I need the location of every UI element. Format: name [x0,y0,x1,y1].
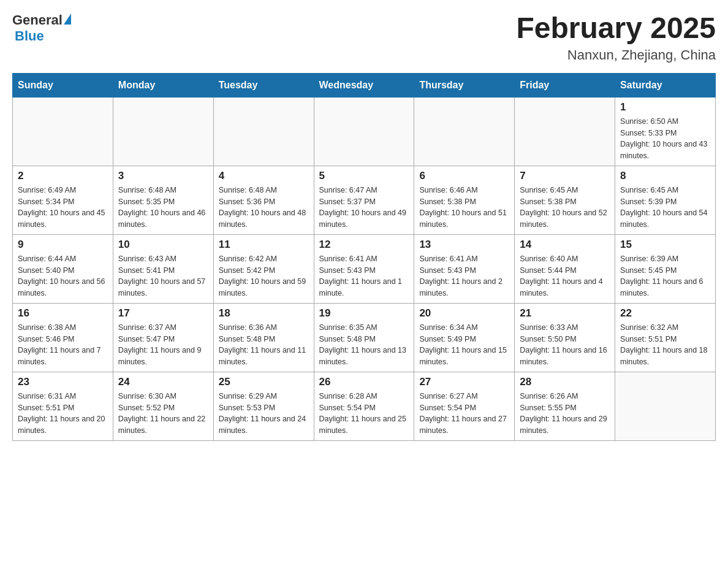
logo-blue-text: Blue [12,28,71,44]
page-header: General Blue February 2025 Nanxun, Zheji… [12,12,716,63]
day-info: Sunrise: 6:46 AMSunset: 5:38 PMDaylight:… [419,185,509,231]
day-number: 26 [319,376,409,388]
day-number: 20 [419,307,509,320]
day-info: Sunrise: 6:48 AMSunset: 5:35 PMDaylight:… [118,185,208,231]
day-info: Sunrise: 6:34 AMSunset: 5:49 PMDaylight:… [419,322,509,368]
day-info: Sunrise: 6:41 AMSunset: 5:43 PMDaylight:… [419,253,509,299]
day-info: Sunrise: 6:40 AMSunset: 5:44 PMDaylight:… [520,253,610,299]
calendar-cell: 28Sunrise: 6:26 AMSunset: 5:55 PMDayligh… [515,372,615,440]
logo-general-text: General [12,12,63,28]
logo: General Blue [12,12,71,44]
day-info: Sunrise: 6:45 AMSunset: 5:38 PMDaylight:… [520,185,610,231]
calendar-cell: 13Sunrise: 6:41 AMSunset: 5:43 PMDayligh… [414,234,515,303]
day-info: Sunrise: 6:41 AMSunset: 5:43 PMDaylight:… [319,253,409,299]
day-info: Sunrise: 6:48 AMSunset: 5:36 PMDaylight:… [219,185,309,231]
day-info: Sunrise: 6:38 AMSunset: 5:46 PMDaylight:… [18,322,108,368]
day-number: 19 [319,307,409,320]
calendar-cell: 22Sunrise: 6:32 AMSunset: 5:51 PMDayligh… [615,303,716,372]
location-title: Nanxun, Zhejiang, China [516,47,716,63]
day-number: 21 [520,307,610,320]
month-title: February 2025 [516,12,716,45]
day-number: 3 [118,170,208,182]
day-header-wednesday: Wednesday [314,73,414,97]
calendar-cell: 19Sunrise: 6:35 AMSunset: 5:48 PMDayligh… [314,303,414,372]
calendar-cell [515,97,615,166]
calendar-cell: 9Sunrise: 6:44 AMSunset: 5:40 PMDaylight… [13,234,113,303]
day-number: 2 [18,170,108,182]
day-number: 16 [18,307,108,320]
day-number: 14 [520,239,610,251]
day-info: Sunrise: 6:32 AMSunset: 5:51 PMDaylight:… [620,322,710,368]
day-info: Sunrise: 6:35 AMSunset: 5:48 PMDaylight:… [319,322,409,368]
calendar-table: SundayMondayTuesdayWednesdayThursdayFrid… [12,73,716,441]
day-number: 23 [18,376,108,388]
day-info: Sunrise: 6:43 AMSunset: 5:41 PMDaylight:… [118,253,208,299]
calendar-cell: 18Sunrise: 6:36 AMSunset: 5:48 PMDayligh… [213,303,314,372]
day-info: Sunrise: 6:39 AMSunset: 5:45 PMDaylight:… [620,253,710,299]
day-number: 27 [419,376,509,388]
day-info: Sunrise: 6:28 AMSunset: 5:54 PMDaylight:… [319,391,409,437]
calendar-cell: 7Sunrise: 6:45 AMSunset: 5:38 PMDaylight… [515,166,615,234]
day-info: Sunrise: 6:50 AMSunset: 5:33 PMDaylight:… [620,116,710,162]
day-number: 15 [620,239,710,251]
calendar-title-area: February 2025 Nanxun, Zhejiang, China [516,12,716,63]
calendar-cell [314,97,414,166]
calendar-cell [113,97,213,166]
day-number: 24 [118,376,208,388]
day-number: 18 [219,307,309,320]
calendar-cell: 20Sunrise: 6:34 AMSunset: 5:49 PMDayligh… [414,303,515,372]
calendar-cell: 14Sunrise: 6:40 AMSunset: 5:44 PMDayligh… [515,234,615,303]
day-number: 9 [18,239,108,251]
day-number: 25 [219,376,309,388]
day-number: 10 [118,239,208,251]
calendar-cell [615,372,716,440]
day-info: Sunrise: 6:26 AMSunset: 5:55 PMDaylight:… [520,391,610,437]
calendar-week-row: 16Sunrise: 6:38 AMSunset: 5:46 PMDayligh… [13,303,716,372]
day-number: 13 [419,239,509,251]
calendar-cell: 10Sunrise: 6:43 AMSunset: 5:41 PMDayligh… [113,234,213,303]
day-number: 28 [520,376,610,388]
calendar-cell [414,97,515,166]
calendar-cell: 12Sunrise: 6:41 AMSunset: 5:43 PMDayligh… [314,234,414,303]
calendar-cell: 23Sunrise: 6:31 AMSunset: 5:51 PMDayligh… [13,372,113,440]
calendar-cell [213,97,314,166]
day-header-monday: Monday [113,73,213,97]
day-info: Sunrise: 6:47 AMSunset: 5:37 PMDaylight:… [319,185,409,231]
day-header-thursday: Thursday [414,73,515,97]
day-info: Sunrise: 6:27 AMSunset: 5:54 PMDaylight:… [419,391,509,437]
calendar-week-row: 1Sunrise: 6:50 AMSunset: 5:33 PMDaylight… [13,97,716,166]
day-info: Sunrise: 6:42 AMSunset: 5:42 PMDaylight:… [219,253,309,299]
day-number: 8 [620,170,710,182]
day-info: Sunrise: 6:29 AMSunset: 5:53 PMDaylight:… [219,391,309,437]
calendar-header: SundayMondayTuesdayWednesdayThursdayFrid… [13,73,716,97]
day-info: Sunrise: 6:33 AMSunset: 5:50 PMDaylight:… [520,322,610,368]
calendar-cell: 3Sunrise: 6:48 AMSunset: 5:35 PMDaylight… [113,166,213,234]
day-number: 6 [419,170,509,182]
day-number: 12 [319,239,409,251]
day-number: 4 [219,170,309,182]
day-info: Sunrise: 6:30 AMSunset: 5:52 PMDaylight:… [118,391,208,437]
calendar-cell: 5Sunrise: 6:47 AMSunset: 5:37 PMDaylight… [314,166,414,234]
calendar-cell: 26Sunrise: 6:28 AMSunset: 5:54 PMDayligh… [314,372,414,440]
day-number: 17 [118,307,208,320]
day-info: Sunrise: 6:44 AMSunset: 5:40 PMDaylight:… [18,253,108,299]
day-number: 7 [520,170,610,182]
day-number: 1 [620,101,710,113]
calendar-cell: 8Sunrise: 6:45 AMSunset: 5:39 PMDaylight… [615,166,716,234]
day-info: Sunrise: 6:36 AMSunset: 5:48 PMDaylight:… [219,322,309,368]
calendar-week-row: 9Sunrise: 6:44 AMSunset: 5:40 PMDaylight… [13,234,716,303]
day-number: 5 [319,170,409,182]
calendar-cell: 4Sunrise: 6:48 AMSunset: 5:36 PMDaylight… [213,166,314,234]
calendar-cell [13,97,113,166]
calendar-cell: 11Sunrise: 6:42 AMSunset: 5:42 PMDayligh… [213,234,314,303]
calendar-cell: 1Sunrise: 6:50 AMSunset: 5:33 PMDaylight… [615,97,716,166]
logo-triangle-icon [64,13,71,25]
day-number: 22 [620,307,710,320]
calendar-cell: 15Sunrise: 6:39 AMSunset: 5:45 PMDayligh… [615,234,716,303]
day-info: Sunrise: 6:45 AMSunset: 5:39 PMDaylight:… [620,185,710,231]
calendar-body: 1Sunrise: 6:50 AMSunset: 5:33 PMDaylight… [13,97,716,440]
day-header-saturday: Saturday [615,73,716,97]
day-header-sunday: Sunday [13,73,113,97]
calendar-cell: 16Sunrise: 6:38 AMSunset: 5:46 PMDayligh… [13,303,113,372]
calendar-cell: 25Sunrise: 6:29 AMSunset: 5:53 PMDayligh… [213,372,314,440]
